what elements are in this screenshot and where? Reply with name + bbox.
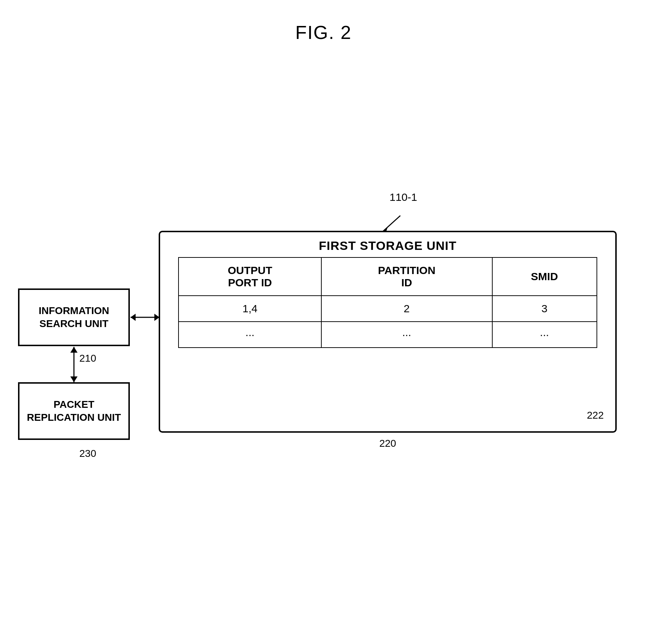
label-110-1: 110-1 — [389, 191, 417, 203]
col-header-smid: SMID — [492, 257, 597, 296]
svg-line-0 — [382, 216, 400, 233]
table-row-2: ··· ··· ··· — [179, 322, 597, 348]
info-search-unit: INFORMATIONSEARCH UNIT — [18, 288, 130, 346]
label-220: 220 — [379, 438, 396, 449]
figure-title: FIG. 2 — [0, 22, 647, 43]
table-row-1: 1,4 2 3 — [179, 296, 597, 322]
cell-partition-2: ··· — [321, 322, 492, 348]
col-header-partition-id: PARTITIONID — [321, 257, 492, 296]
label-230: 230 — [79, 448, 96, 459]
table-header-row: OUTPUTPORT ID PARTITIONID SMID — [179, 257, 597, 296]
info-search-unit-label: INFORMATIONSEARCH UNIT — [39, 304, 109, 331]
packet-replication-unit-label: PACKETREPLICATION UNIT — [27, 398, 121, 424]
svg-marker-6 — [70, 376, 78, 382]
first-storage-unit-title: FIRST STORAGE UNIT — [160, 232, 615, 257]
label-210: 210 — [79, 353, 96, 364]
cell-output-port-1: 1,4 — [179, 296, 321, 322]
col-header-output-port-id: OUTPUTPORT ID — [179, 257, 321, 296]
cell-output-port-2: ··· — [179, 322, 321, 348]
first-storage-unit: FIRST STORAGE UNIT OUTPUTPORT ID PARTITI… — [159, 231, 617, 433]
cell-smid-2: ··· — [492, 322, 597, 348]
label-222: 222 — [587, 410, 604, 421]
cell-partition-1: 2 — [321, 296, 492, 322]
storage-table: OUTPUTPORT ID PARTITIONID SMID 1,4 2 3 ·… — [178, 257, 597, 348]
svg-marker-7 — [70, 347, 78, 353]
cell-smid-1: 3 — [492, 296, 597, 322]
packet-replication-unit: PACKETREPLICATION UNIT — [18, 382, 130, 440]
svg-marker-4 — [131, 314, 136, 321]
